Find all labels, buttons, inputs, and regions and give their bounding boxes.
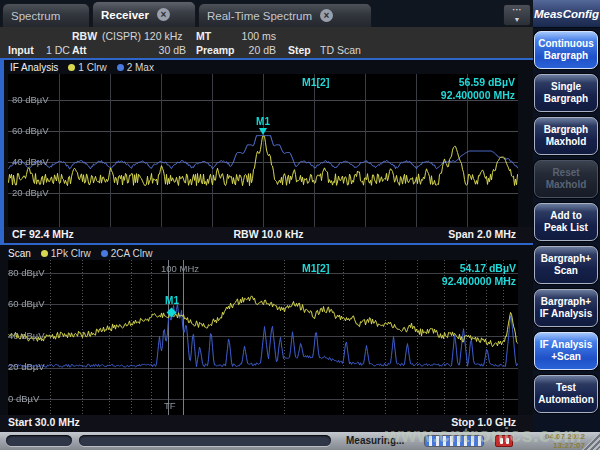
status-slot-2: [79, 435, 331, 446]
tf-label: TF: [164, 400, 176, 411]
scan-y-label: 0 dBµV: [8, 393, 39, 404]
preamp-value[interactable]: 20 dB: [226, 44, 276, 56]
chevron-down-icon: ▼: [514, 16, 521, 23]
softkey-single-bargraph[interactable]: Single Bargraph: [534, 74, 598, 112]
softkey-bargraph-maxhold[interactable]: Bargraph Maxhold: [534, 117, 598, 155]
tab-realtime-spectrum[interactable]: Real-Time Spectrum ×: [198, 3, 372, 27]
mt-label: MT: [196, 30, 211, 42]
tab-bar: Spectrum Receiver × Real-Time Spectrum ×…: [0, 0, 533, 27]
softkey-add-to-peak-list[interactable]: Add to Peak List: [534, 203, 598, 241]
window-title: IF Analysis: [10, 62, 58, 73]
tab-label: Real-Time Spectrum: [207, 10, 312, 22]
watermark-text: www.cntronics.com: [385, 424, 582, 447]
input-label: Input: [8, 44, 34, 56]
close-icon[interactable]: ×: [157, 8, 170, 21]
tab-label: Spectrum: [11, 10, 60, 22]
softkey-continuous-bargraph[interactable]: Continuous Bargraph: [534, 31, 598, 69]
legend-trace-2: 2CA Clrw: [101, 248, 153, 259]
scan-y-label: 20 dBµV: [8, 361, 45, 372]
tab-spectrum[interactable]: Spectrum: [2, 3, 90, 27]
trace1-color-icon: [41, 250, 48, 257]
scan-marker-name[interactable]: M1: [160, 295, 184, 306]
step-value[interactable]: TD Scan: [320, 44, 361, 56]
legend-trace-1: 1 Clrw: [68, 62, 106, 73]
if-marker-tag: M1[2]: [302, 76, 329, 88]
softkey-menu-title: MeasConfig: [533, 0, 600, 28]
if-y-label: 20 dBµV: [12, 187, 49, 198]
close-icon[interactable]: ×: [320, 9, 333, 22]
window-title: Scan: [8, 248, 31, 259]
softkey-bargraph-if-analysis[interactable]: Bargraph+ IF Analysis: [534, 289, 598, 327]
if-analysis-window: IF Analysis 1 Clrw 2 Max 80 dBµV 60 dBµV…: [0, 58, 533, 245]
trace1-color-icon: [68, 64, 75, 71]
att-label: Att: [72, 44, 87, 56]
if-marker-freq: 92.400000 MHz: [441, 89, 515, 102]
input-value[interactable]: 1 DC: [46, 44, 70, 56]
scan-window-header: Scan 1Pk Clrw 2CA Clrw: [8, 247, 153, 260]
trace2-color-icon: [117, 64, 124, 71]
status-slot-1: [6, 435, 72, 446]
start-field[interactable]: Start 30.0 MHz: [8, 416, 80, 428]
scan-marker-tag: M1[2]: [302, 262, 329, 274]
if-chart-footer: CF 92.4 MHz RBW 10.0 kHz Span 2.0 MHz: [4, 227, 533, 243]
if-marker-readout: 56.59 dBµV 92.400000 MHz: [441, 76, 515, 102]
settings-bar: RBW (CISPR) 120 kHz MT 100 ms Input 1 DC…: [0, 27, 533, 58]
scan-y-label: 80 dBµV: [8, 267, 45, 278]
if-marker-name[interactable]: M1: [251, 116, 275, 127]
scan-marker-level: 54.17 dBµV: [442, 262, 516, 275]
if-marker-arrow-icon[interactable]: [259, 128, 267, 135]
rbw-label: RBW: [72, 30, 97, 42]
softkey-reset-maxhold[interactable]: Reset Maxhold: [534, 160, 598, 198]
softkey-test-automation[interactable]: Test Automation: [534, 375, 598, 413]
softkey-sidebar: MeasConfig Continuous Bargraph Single Ba…: [533, 0, 600, 450]
scan-y-label: 60 dBµV: [8, 298, 45, 309]
legend-trace-2: 2 Max: [117, 62, 154, 73]
if-y-label: 60 dBµV: [12, 125, 49, 136]
mt-value[interactable]: 100 ms: [226, 30, 276, 42]
if-y-label: 40 dBµV: [12, 156, 49, 167]
softkey-if-analysis-scan[interactable]: IF Analysis +Scan: [534, 332, 598, 370]
overflow-icon: ⋯: [512, 4, 522, 15]
scan-marker-freq: 92.400000 MHz: [442, 275, 516, 288]
scan-window: Scan 1Pk Clrw 2CA Clrw 80 dBµV 60 dBµV 4…: [0, 245, 533, 432]
span-field[interactable]: Span 2.0 MHz: [448, 228, 516, 240]
step-label: Step: [288, 44, 311, 56]
att-value[interactable]: 30 dB: [136, 44, 186, 56]
softkey-bargraph-scan[interactable]: Bargraph+ Scan: [534, 246, 598, 284]
tab-receiver[interactable]: Receiver ×: [92, 1, 196, 27]
scan-y-label: 40 dBµV: [8, 330, 45, 341]
tab-label: Receiver: [101, 9, 149, 21]
freq-line-label: 100 MHz: [158, 263, 202, 274]
rbw-value[interactable]: (CISPR) 120 kHz: [102, 30, 183, 42]
if-window-header: IF Analysis 1 Clrw 2 Max: [10, 61, 154, 74]
legend-trace-1: 1Pk Clrw: [41, 248, 91, 259]
scan-marker-readout: 54.17 dBµV 92.400000 MHz: [442, 262, 516, 288]
tab-overflow-button[interactable]: ⋯ ▼: [503, 4, 531, 26]
instrument-screen: Spectrum Receiver × Real-Time Spectrum ×…: [0, 0, 600, 450]
if-y-label: 80 dBµV: [12, 94, 49, 105]
trace2-color-icon: [101, 250, 108, 257]
if-marker-level: 56.59 dBµV: [441, 76, 515, 89]
